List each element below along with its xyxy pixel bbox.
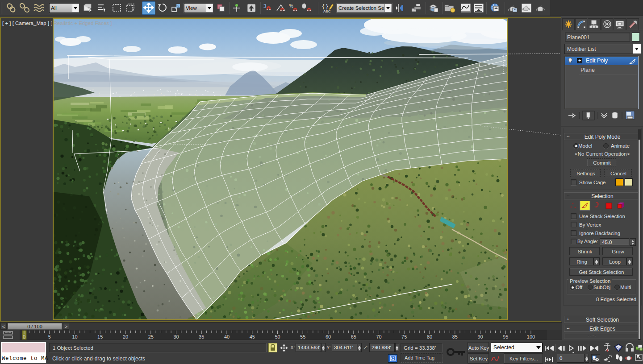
svg-text:60: 60 [326, 334, 331, 339]
svg-text:80: 80 [427, 334, 432, 339]
svg-text:90: 90 [477, 334, 483, 339]
svg-text:100: 100 [527, 334, 535, 339]
svg-text:%: % [289, 3, 293, 8]
svg-text:85: 85 [452, 334, 458, 339]
svg-text:55: 55 [300, 334, 305, 339]
svg-text:0: 0 [23, 334, 25, 339]
svg-text:10: 10 [72, 334, 77, 339]
svg-text:20: 20 [123, 334, 128, 339]
svg-text:30: 30 [173, 334, 179, 339]
svg-text:3: 3 [263, 3, 267, 9]
svg-text:65: 65 [351, 334, 356, 339]
svg-text:95: 95 [503, 334, 508, 339]
svg-text:5: 5 [48, 334, 51, 339]
svg-text:25: 25 [148, 334, 154, 339]
svg-text:{ }: { } [322, 3, 328, 9]
svg-text:70: 70 [376, 334, 381, 339]
svg-text:40: 40 [224, 334, 230, 339]
svg-text:[ + ] [ Camera_Map ] [ Realist: [ + ] [ Camera_Map ] [ Realistic + Edged… [2, 21, 112, 26]
svg-text:35: 35 [199, 334, 204, 339]
svg-text:45: 45 [250, 334, 255, 339]
svg-text:15: 15 [97, 334, 103, 339]
svg-text:75: 75 [401, 334, 407, 339]
svg-text:50: 50 [275, 334, 280, 339]
svg-text:ABC: ABC [323, 9, 331, 13]
